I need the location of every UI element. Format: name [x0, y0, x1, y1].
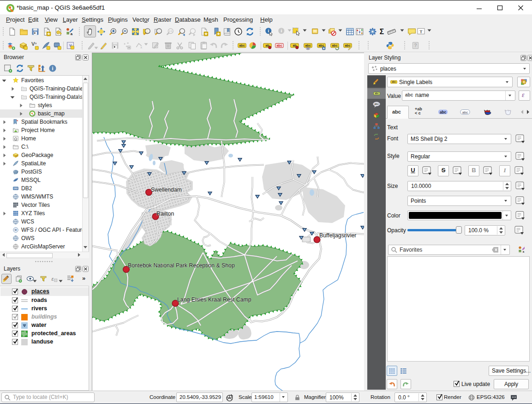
svg-text:abc: abc: [462, 110, 468, 115]
svg-text:abc: abc: [276, 43, 282, 47]
svg-text:abc: abc: [374, 103, 379, 105]
svg-text:a: a: [71, 31, 73, 36]
svg-text:Swellendam: Swellendam: [151, 187, 182, 193]
svg-text:i: i: [52, 66, 53, 71]
svg-text:Σ: Σ: [379, 28, 383, 36]
svg-text:abc: abc: [440, 110, 447, 115]
svg-text:Railton: Railton: [156, 211, 174, 217]
svg-text:ε: ε: [52, 276, 54, 282]
svg-text:T: T: [419, 29, 422, 34]
svg-text:abc: abc: [305, 43, 311, 47]
svg-text:1:1: 1:1: [169, 30, 172, 32]
svg-text:Bontebok National Park Recepti: Bontebok National Park Reception & Shop: [128, 262, 235, 269]
svg-text:abc: abc: [345, 43, 350, 47]
svg-text:Buffeljagsrivier: Buffeljagsrivier: [319, 232, 356, 239]
svg-text:i: i: [268, 28, 269, 33]
svg-text:abc: abc: [318, 43, 324, 47]
svg-text:?: ?: [414, 42, 417, 48]
svg-text:a: a: [523, 250, 525, 253]
svg-text:x: x: [140, 45, 142, 49]
svg-text:W: W: [15, 229, 17, 231]
svg-text:abc: abc: [392, 80, 396, 83]
svg-text:i: i: [281, 28, 282, 33]
svg-text:DB2: DB2: [13, 187, 18, 190]
svg-text:Lang Elsies Kraal Rest Camp: Lang Elsies Kraal Rest Camp: [177, 296, 251, 303]
svg-text:abc: abc: [239, 43, 245, 47]
svg-text:V: V: [31, 41, 35, 47]
svg-text:abc: abc: [375, 92, 378, 95]
svg-text:abc: abc: [332, 43, 337, 47]
